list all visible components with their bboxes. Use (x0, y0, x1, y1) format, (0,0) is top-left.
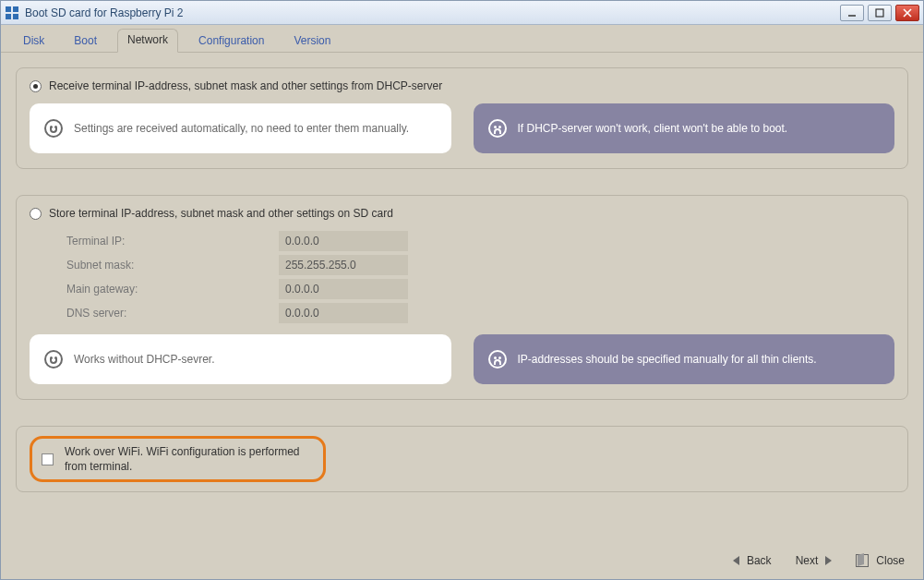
svg-rect-1 (13, 6, 18, 12)
tab-version[interactable]: Version (284, 30, 340, 53)
dns-server-row: DNS server: (66, 303, 894, 323)
terminal-ip-field[interactable] (279, 231, 408, 251)
next-button[interactable]: Next (796, 554, 833, 567)
main-gateway-field[interactable] (279, 279, 408, 299)
maximize-button[interactable] (868, 5, 892, 21)
wifi-highlight: Work over WiFi. WiFi configuration is pe… (30, 436, 326, 482)
content-area: Receive terminal IP-address, subnet mask… (1, 53, 923, 507)
dhcp-group: Receive terminal IP-address, subnet mask… (16, 67, 908, 169)
smile-icon (44, 350, 63, 369)
tab-configuration[interactable]: Configuration (189, 30, 273, 53)
smile-icon (44, 119, 63, 138)
dns-server-field[interactable] (279, 303, 408, 323)
next-label: Next (796, 554, 819, 567)
sdcard-con-box: IP-addresses should be specified manuall… (474, 334, 895, 384)
titlebar: Boot SD card for Raspberry Pi 2 (1, 1, 923, 25)
sdcard-radio-label: Store terminal IP-address, subnet mask a… (49, 207, 393, 220)
close-label: Close (876, 554, 905, 567)
subnet-mask-label: Subnet mask: (66, 259, 279, 272)
exit-icon (856, 554, 869, 567)
tab-disk[interactable]: Disk (14, 30, 54, 53)
app-window: Boot SD card for Raspberry Pi 2 Disk Boo… (0, 0, 924, 580)
dhcp-pro-box: Settings are received automatically, no … (30, 103, 451, 153)
terminal-ip-row: Terminal IP: (66, 231, 894, 251)
sdcard-pro-box: Works without DHCP-sevrer. (30, 334, 451, 384)
dhcp-con-box: If DHCP-server won't work, client won't … (474, 103, 895, 153)
sdcard-con-text: IP-addresses should be specified manuall… (518, 352, 881, 368)
close-window-button[interactable] (895, 5, 919, 21)
tab-boot[interactable]: Boot (65, 30, 106, 53)
minimize-button[interactable] (840, 5, 864, 21)
wifi-label: Work over WiFi. WiFi configuration is pe… (65, 444, 314, 474)
window-controls (840, 5, 919, 21)
back-button[interactable]: Back (733, 554, 772, 567)
sdcard-pro-text: Works without DHCP-sevrer. (74, 352, 437, 368)
footer-bar: Back Next Close (1, 542, 923, 579)
dhcp-pro-text: Settings are received automatically, no … (74, 121, 437, 137)
tab-network[interactable]: Network (117, 29, 178, 53)
chevron-left-icon (733, 556, 739, 565)
terminal-ip-label: Terminal IP: (66, 235, 279, 248)
back-label: Back (747, 554, 772, 567)
subnet-mask-row: Subnet mask: (66, 255, 894, 275)
tab-bar: Disk Boot Network Configuration Version (1, 25, 923, 53)
wifi-group: Work over WiFi. WiFi configuration is pe… (16, 426, 908, 492)
sdcard-group: Store terminal IP-address, subnet mask a… (16, 195, 908, 400)
sad-icon (488, 119, 507, 138)
wifi-checkbox[interactable] (42, 453, 54, 465)
sdcard-info-row: Works without DHCP-sevrer. IP-addresses … (30, 334, 894, 384)
dhcp-radio-label: Receive terminal IP-address, subnet mask… (49, 79, 442, 92)
chevron-right-icon (825, 556, 832, 565)
sad-icon (488, 350, 507, 369)
sdcard-radio[interactable] (30, 208, 42, 220)
sdcard-radio-row[interactable]: Store terminal IP-address, subnet mask a… (30, 207, 894, 220)
dhcp-radio[interactable] (30, 80, 42, 92)
close-button[interactable]: Close (856, 554, 905, 567)
subnet-mask-field[interactable] (279, 255, 408, 275)
svg-rect-5 (876, 9, 883, 17)
svg-rect-2 (6, 14, 11, 19)
svg-rect-0 (6, 6, 11, 12)
main-gateway-row: Main gateway: (66, 279, 894, 299)
dhcp-radio-row[interactable]: Receive terminal IP-address, subnet mask… (30, 79, 894, 92)
window-title: Boot SD card for Raspberry Pi 2 (25, 6, 840, 19)
svg-rect-3 (13, 14, 18, 19)
dns-server-label: DNS server: (66, 307, 279, 320)
dhcp-con-text: If DHCP-server won't work, client won't … (518, 121, 881, 137)
dhcp-info-row: Settings are received automatically, no … (30, 103, 894, 153)
sdcard-form: Terminal IP: Subnet mask: Main gateway: … (66, 231, 894, 323)
app-icon (5, 6, 19, 20)
main-gateway-label: Main gateway: (66, 283, 279, 296)
